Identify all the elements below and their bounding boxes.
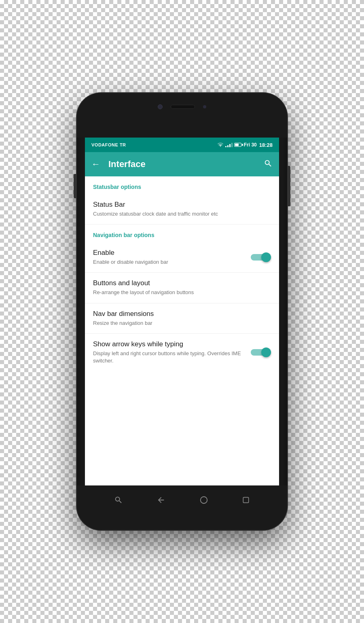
status-right-icons: Fri 30 18:28	[217, 142, 273, 148]
search-icon	[264, 159, 273, 168]
item-text-enable: Enable Enable or disable navigation bar	[93, 249, 246, 266]
settings-item-nav-dimensions[interactable]: Nav bar dimensions Resize the navigation…	[85, 303, 279, 334]
settings-item-enable[interactable]: Enable Enable or disable navigation bar	[85, 242, 279, 273]
item-subtitle-nav-dimensions: Resize the navigation bar	[93, 320, 271, 327]
battery-fill	[235, 144, 239, 146]
item-subtitle-arrow-keys: Display left and right cursor buttons wh…	[93, 350, 246, 364]
section-header-navigation: Navigation bar options	[85, 225, 279, 242]
item-text-status-bar: Status Bar Customize statusbar clock dat…	[93, 201, 271, 218]
item-text-arrow-keys: Show arrow keys while typing Display lef…	[93, 340, 246, 364]
back-button[interactable]: ←	[91, 160, 100, 169]
item-title-arrow-keys: Show arrow keys while typing	[93, 340, 246, 348]
signal-icon	[225, 142, 233, 147]
nav-home-button[interactable]	[199, 496, 208, 504]
item-title-status-bar: Status Bar	[93, 201, 271, 209]
battery-icon	[234, 143, 241, 147]
app-bar-title: Interface	[108, 159, 264, 170]
toggle-arrow-keys[interactable]	[251, 347, 271, 358]
item-title-buttons-layout: Buttons and layout	[93, 279, 271, 287]
settings-content: Statusbar options Status Bar Customize s…	[85, 176, 279, 485]
wifi-icon	[217, 142, 224, 148]
settings-item-arrow-keys[interactable]: Show arrow keys while typing Display lef…	[85, 334, 279, 371]
item-text-buttons-layout: Buttons and layout Re-arrange the layout…	[93, 279, 271, 296]
speaker-grill	[171, 105, 195, 109]
search-button[interactable]	[264, 159, 273, 170]
date-text: Fri 30	[244, 142, 257, 148]
svg-point-0	[201, 497, 207, 504]
bottom-nav-buttons	[85, 485, 279, 515]
svg-rect-1	[243, 497, 249, 502]
toggle-thumb-arrow-keys	[261, 348, 271, 357]
time-text: 18:28	[259, 142, 273, 148]
nav-search-button[interactable]	[114, 496, 123, 504]
phone-bottom	[77, 485, 287, 530]
phone-screen: VODAFONE TR	[85, 138, 279, 485]
settings-item-status-bar[interactable]: Status Bar Customize statusbar clock dat…	[85, 194, 279, 225]
toggle-enable[interactable]	[251, 252, 271, 263]
item-subtitle-enable: Enable or disable navigation bar	[93, 259, 246, 266]
nav-search-icon	[114, 496, 123, 504]
sensor-dot	[203, 105, 206, 108]
nav-recent-button[interactable]	[242, 496, 250, 504]
item-subtitle-status-bar: Customize statusbar clock date and traff…	[93, 210, 271, 218]
nav-recent-icon	[242, 496, 250, 504]
item-text-nav-dimensions: Nav bar dimensions Resize the navigation…	[93, 310, 271, 327]
front-camera-dot	[158, 104, 163, 109]
item-title-nav-dimensions: Nav bar dimensions	[93, 310, 271, 318]
nav-back-button[interactable]	[157, 496, 165, 504]
phone-device: VODAFONE TR	[77, 93, 287, 530]
section-statusbar: Statusbar options Status Bar Customize s…	[85, 176, 279, 225]
toggle-thumb-enable	[261, 252, 271, 262]
carrier-text: VODAFONE TR	[91, 142, 126, 147]
section-header-statusbar: Statusbar options	[85, 176, 279, 194]
signal-wifi-area	[217, 142, 241, 148]
phone-top	[77, 93, 287, 138]
app-bar: ← Interface	[85, 152, 279, 176]
nav-back-icon	[157, 496, 165, 504]
nav-home-icon	[199, 496, 208, 504]
item-subtitle-buttons-layout: Re-arrange the layout of navigation butt…	[93, 289, 271, 296]
front-camera-area	[158, 104, 206, 109]
status-bar: VODAFONE TR	[85, 138, 279, 152]
section-navigation: Navigation bar options Enable Enable or …	[85, 225, 279, 371]
settings-item-buttons-layout[interactable]: Buttons and layout Re-arrange the layout…	[85, 273, 279, 303]
item-title-enable: Enable	[93, 249, 246, 257]
